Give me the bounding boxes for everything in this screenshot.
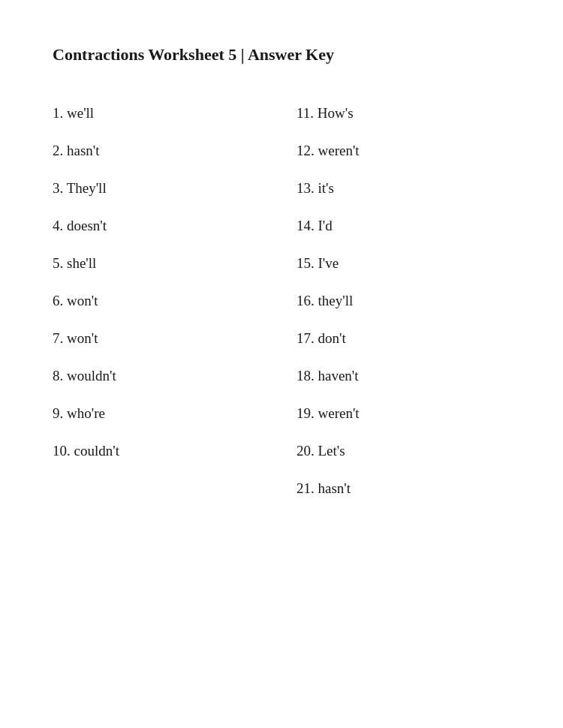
right-answer-item: 21. hasn't bbox=[282, 470, 510, 507]
left-answer-item: 10. couldn't bbox=[53, 432, 282, 470]
right-answer-item: 15. I've bbox=[282, 245, 510, 282]
left-answer-item: 5. she'll bbox=[53, 245, 282, 282]
left-answer-item: 8. wouldn't bbox=[53, 357, 282, 395]
left-answer-item: 3. They'll bbox=[53, 170, 282, 207]
right-answer-item: 16. they'll bbox=[282, 282, 510, 320]
right-answer-item: 20. Let's bbox=[282, 432, 510, 470]
answers-grid: 1. we'll2. hasn't3. They'll4. doesn't5. … bbox=[53, 95, 510, 507]
left-answer-item: 1. we'll bbox=[53, 95, 282, 132]
right-answer-item: 14. I'd bbox=[282, 207, 510, 245]
right-answer-item: 18. haven't bbox=[282, 357, 510, 395]
left-answer-item: 7. won't bbox=[53, 320, 282, 357]
left-answer-item: 9. who're bbox=[53, 395, 282, 432]
left-column: 1. we'll2. hasn't3. They'll4. doesn't5. … bbox=[53, 95, 282, 507]
right-answer-item: 13. it's bbox=[282, 170, 510, 207]
right-answer-item: 11. How's bbox=[282, 95, 510, 132]
right-column: 11. How's12. weren't13. it's14. I'd15. I… bbox=[282, 95, 510, 507]
left-answer-item: 4. doesn't bbox=[53, 207, 282, 245]
right-answer-item: 19. weren't bbox=[282, 395, 510, 432]
left-answer-item: 6. won't bbox=[53, 282, 282, 320]
page-title: Contractions Worksheet 5 | Answer Key bbox=[53, 45, 510, 65]
right-answer-item: 17. don't bbox=[282, 320, 510, 357]
right-answer-item: 12. weren't bbox=[282, 132, 510, 170]
left-answer-item: 2. hasn't bbox=[53, 132, 282, 170]
